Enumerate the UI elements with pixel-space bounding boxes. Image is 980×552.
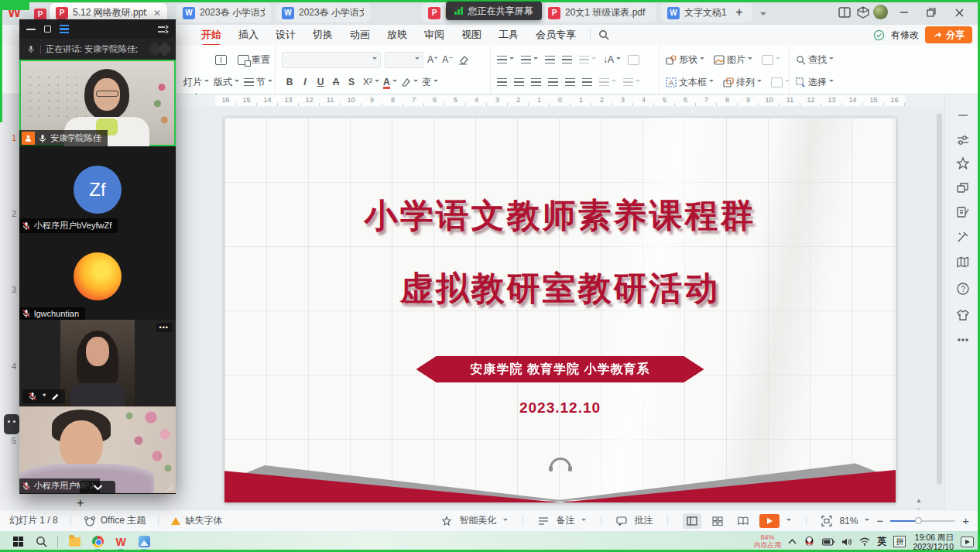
- highlight-dropdown[interactable]: [401, 77, 418, 87]
- split-view-icon[interactable]: [838, 5, 852, 19]
- font-style-button-2[interactable]: U: [313, 77, 328, 87]
- menu-tab-5[interactable]: 放映: [381, 26, 413, 43]
- normal-view-button[interactable]: [683, 513, 701, 529]
- zoom-in-button[interactable]: +: [962, 514, 969, 527]
- map-icon[interactable]: [956, 255, 970, 269]
- font-style-button-4[interactable]: S: [344, 77, 359, 87]
- numbering-dropdown[interactable]: [521, 56, 538, 63]
- meeting-title-bar[interactable]: [19, 19, 176, 39]
- menu-tab-4[interactable]: 动画: [344, 26, 376, 43]
- menu-tab-8[interactable]: 工具: [492, 26, 525, 43]
- chart-dropdown[interactable]: [762, 55, 780, 65]
- taskbar-clock[interactable]: 19:06 周日2023/12/10: [913, 533, 954, 551]
- skin-icon[interactable]: [956, 308, 970, 322]
- zoom-slider[interactable]: [890, 520, 955, 522]
- find-dropdown[interactable]: 查找: [796, 53, 834, 67]
- comments-label[interactable]: 批注: [634, 514, 653, 527]
- new-tab-button[interactable]: +: [735, 5, 743, 20]
- slide-thumbnail-number-1[interactable]: 1: [12, 133, 16, 142]
- justify-button[interactable]: [548, 78, 558, 86]
- distribute-vertical-button[interactable]: [582, 78, 592, 86]
- select-dropdown[interactable]: 选择: [796, 76, 834, 89]
- reading-view-button[interactable]: [734, 513, 752, 529]
- collapse-videos-button[interactable]: [80, 481, 115, 493]
- increase-font-button[interactable]: A⁺: [427, 54, 438, 65]
- qq-icon[interactable]: [804, 536, 815, 547]
- shapes-dropdown[interactable]: 形状: [666, 53, 704, 67]
- slide-thumbnail-number-5[interactable]: 5: [12, 436, 16, 445]
- meeting-maximize-icon[interactable]: [44, 26, 51, 33]
- slide-master-dropdown[interactable]: [771, 77, 790, 87]
- participant-tile-1[interactable]: 安康学院陈佳: [19, 60, 176, 146]
- text-direction-dropdown[interactable]: [579, 56, 596, 63]
- pencil-icon[interactable]: [51, 393, 60, 401]
- align-center-button[interactable]: [514, 78, 524, 86]
- pinned-document-tab[interactable]: P: [34, 6, 46, 21]
- resize-handle-icon[interactable]: [165, 482, 174, 492]
- tab-close-icon[interactable]: ✕: [153, 8, 161, 19]
- slide-thumbnail-number-4[interactable]: 4: [12, 362, 16, 371]
- speaker-icon[interactable]: [841, 537, 852, 547]
- document-tab-3[interactable]: W2023春 小学语文课程与教: [276, 3, 370, 22]
- line-spacing-dropdown[interactable]: [599, 78, 616, 86]
- photos-app-icon[interactable]: [132, 533, 156, 551]
- search-icon[interactable]: [598, 29, 609, 40]
- font-color-dropdown[interactable]: A: [383, 77, 397, 87]
- vertical-scrollbar[interactable]: [937, 113, 942, 494]
- meeting-window[interactable]: 正在讲话: 安康学院陈佳; 安康学院陈佳Zf小程序用户bVeyfwZflgwch…: [19, 19, 176, 494]
- font-style-button-1[interactable]: I: [297, 77, 313, 87]
- shapes-icon[interactable]: [956, 181, 970, 195]
- participant-tile-3[interactable]: lgwchuntian: [19, 233, 176, 320]
- slide-thumbnail-number-2[interactable]: 2: [12, 209, 16, 218]
- ime-indicator[interactable]: 拼: [893, 536, 906, 547]
- fit-slide-icon[interactable]: [821, 516, 832, 526]
- account-avatar[interactable]: [873, 5, 888, 19]
- meeting-minimize-icon[interactable]: [26, 29, 36, 30]
- window-restore-button[interactable]: [921, 3, 941, 22]
- participant-tile-4[interactable]: •••*: [19, 320, 176, 406]
- slideshow-play-button[interactable]: [759, 514, 780, 528]
- zoom-level[interactable]: 81%: [839, 516, 858, 526]
- menu-tab-1[interactable]: 插入: [232, 26, 265, 43]
- pinyin-dropdown[interactable]: 变: [422, 76, 438, 89]
- arrange-dropdown[interactable]: 排列: [723, 76, 762, 89]
- meeting-list-view-icon[interactable]: [60, 25, 69, 33]
- columns-dropdown[interactable]: [623, 78, 640, 86]
- help-icon[interactable]: ?: [956, 282, 970, 296]
- battery-icon[interactable]: [822, 538, 834, 546]
- wifi-icon[interactable]: [859, 537, 870, 546]
- slide-layout-dropdown[interactable]: 版式: [214, 76, 239, 89]
- taskbar-search-icon[interactable]: [29, 533, 53, 551]
- chrome-icon[interactable]: [86, 533, 109, 551]
- wps-taskbar-icon[interactable]: W: [109, 533, 132, 551]
- more-icon[interactable]: [956, 333, 970, 347]
- font-size-combo[interactable]: [385, 52, 423, 68]
- notes-label[interactable]: 备注: [556, 514, 574, 527]
- menu-tab-0[interactable]: 开始: [195, 26, 228, 43]
- language-indicator[interactable]: 英: [877, 535, 886, 548]
- adjust-icon[interactable]: [956, 133, 970, 147]
- star-icon[interactable]: [956, 156, 970, 170]
- align-right-button[interactable]: [531, 78, 541, 86]
- file-explorer-icon[interactable]: [63, 533, 86, 551]
- add-slide-button[interactable]: +: [77, 496, 84, 510]
- menu-tab-9[interactable]: 会员专享: [529, 26, 582, 43]
- tools-icon[interactable]: [956, 230, 970, 244]
- zoom-out-button[interactable]: −: [876, 514, 883, 527]
- slide-dropdown[interactable]: 灯片: [183, 76, 209, 89]
- participant-tile-2[interactable]: Zf小程序用户bVeyfwZf: [19, 146, 176, 233]
- start-button[interactable]: [6, 533, 29, 551]
- menu-tab-7[interactable]: 视图: [455, 26, 488, 43]
- distribute-button[interactable]: [565, 78, 575, 86]
- annotate-icon[interactable]: [956, 205, 970, 219]
- document-tab-2[interactable]: W2023春 小学语文课程与教: [176, 3, 271, 22]
- tile-more-button[interactable]: •••: [156, 323, 172, 332]
- align-left-button[interactable]: [497, 78, 507, 86]
- cube-icon[interactable]: [856, 5, 870, 19]
- reset-button[interactable]: 重置: [238, 53, 270, 67]
- beautify-label[interactable]: 智能美化: [459, 514, 496, 527]
- collapse-icon[interactable]: [956, 108, 970, 122]
- theme-label[interactable]: Office 主题: [101, 514, 146, 527]
- bullets-dropdown[interactable]: [497, 56, 514, 63]
- increase-indent-button[interactable]: [562, 56, 572, 63]
